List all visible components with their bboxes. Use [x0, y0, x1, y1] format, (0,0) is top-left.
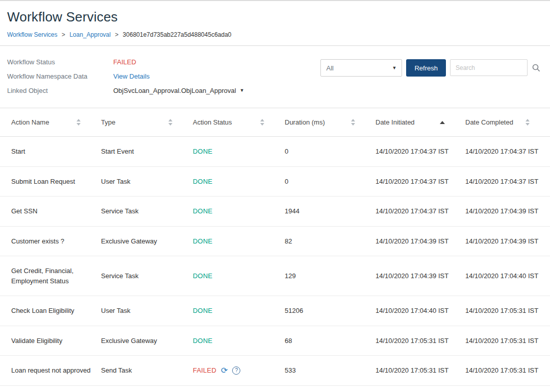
workflow-services-page: Workflow Services Workflow Services > Lo… — [0, 0, 550, 392]
cell-type: User Task — [101, 166, 193, 197]
status-badge: DONE — [193, 236, 212, 247]
cell-date-completed: 14/10/2020 17:04:40 IST — [465, 256, 550, 296]
column-header-label: Duration (ms) — [285, 118, 325, 126]
status-badge: DONE — [193, 146, 212, 157]
chevron-down-icon: ▼ — [392, 66, 397, 70]
breadcrumb-instance-id: 306801e7d735ab227a5d488045c6ada0 — [123, 31, 232, 38]
cell-action-name: Get Credit, Financial, Employment Status — [0, 256, 101, 296]
filter-select-value: All — [326, 64, 333, 72]
cell-date-initiated: 14/10/2020 17:04:39 IST — [376, 226, 465, 256]
cell-duration: 51206 — [285, 296, 376, 326]
status-badge: DONE — [193, 271, 212, 281]
status-badge: DONE — [193, 306, 212, 316]
breadcrumb-separator: > — [115, 31, 118, 38]
cell-date-completed: 14/10/2020 17:04:37 IST — [465, 166, 550, 197]
cell-duration: 129 — [285, 256, 376, 296]
column-header-label: Date Completed — [465, 118, 513, 126]
cell-date-completed: 14/10/2020 17:04:39 IST — [465, 197, 550, 227]
workflow-status-label: Workflow Status — [7, 58, 113, 66]
actions-table: Action Name Type Action Status Duration … — [0, 108, 550, 386]
column-header[interactable]: Date Completed — [465, 108, 550, 137]
column-header[interactable]: Type — [101, 108, 193, 137]
cell-duration: 0 — [285, 166, 376, 197]
breadcrumb-loan-approval[interactable]: Loan_Approval — [69, 31, 111, 38]
table-row: Submit Loan Request User Task DONE 0 14/… — [0, 166, 550, 197]
cell-type: Exclusive Gateway — [101, 226, 193, 256]
column-header-label: Action Name — [11, 118, 49, 126]
workflow-namespace-label: Workflow Namespace Data — [7, 72, 113, 80]
cell-action-status: DONE — [193, 226, 285, 256]
cell-date-initiated: 14/10/2020 17:04:37 IST — [376, 137, 465, 167]
info-bar: Workflow Status FAILED Workflow Namespac… — [0, 46, 550, 108]
retry-icon[interactable]: ⟳ — [221, 366, 228, 375]
column-header[interactable]: Duration (ms) — [285, 108, 376, 137]
table-controls: All ▼ Refresh — [320, 58, 545, 77]
cell-type: Start Event — [101, 137, 193, 167]
status-badge: DONE — [193, 177, 212, 187]
sort-asc-icon — [440, 121, 445, 124]
cell-date-initiated: 14/10/2020 17:04:37 IST — [376, 166, 465, 197]
cell-date-initiated: 14/10/2020 17:04:40 IST — [376, 296, 465, 326]
cell-date-initiated: 14/10/2020 17:04:39 IST — [376, 256, 465, 296]
column-header-label: Type — [101, 118, 115, 126]
chevron-down-icon: ▼ — [240, 88, 244, 93]
column-header[interactable]: Action Status — [193, 108, 285, 137]
column-header[interactable]: Action Name — [0, 108, 101, 137]
search-box — [450, 59, 545, 76]
table-row: Get SSN Service Task DONE 1944 14/10/202… — [0, 197, 550, 227]
cell-duration: 0 — [285, 137, 376, 167]
page-header: Workflow Services Workflow Services > Lo… — [0, 1, 550, 46]
cell-type: Service Task — [101, 256, 193, 296]
cell-date-initiated: 14/10/2020 17:05:31 IST — [376, 326, 465, 356]
table-row: Customer exists ? Exclusive Gateway DONE… — [0, 226, 550, 256]
table-row: Get Credit, Financial, Employment Status… — [0, 256, 550, 296]
cell-type: Exclusive Gateway — [101, 326, 193, 356]
linked-object-value: ObjSvcLoan_Approval.ObjLoan_Approval — [113, 87, 236, 94]
table-row: Validate Eligibility Exclusive Gateway D… — [0, 326, 550, 356]
cell-action-name: Get SSN — [0, 197, 101, 227]
table-row: Check Loan Eligibility User Task DONE 51… — [0, 296, 550, 326]
table-row: Start Start Event DONE 0 14/10/2020 17:0… — [0, 137, 550, 167]
help-icon[interactable]: ? — [232, 366, 240, 375]
cell-type: Service Task — [101, 197, 193, 227]
cell-action-status: DONE — [193, 256, 285, 296]
cell-action-status: DONE — [193, 137, 285, 167]
cell-date-initiated: 14/10/2020 17:04:37 IST — [376, 197, 465, 227]
cell-action-status: DONE — [193, 326, 285, 356]
column-header[interactable]: Date Initiated — [376, 108, 465, 137]
cell-date-completed: 14/10/2020 17:05:31 IST — [465, 356, 550, 386]
breadcrumb-separator: > — [62, 31, 65, 38]
cell-date-completed: 14/10/2020 17:05:31 IST — [465, 326, 550, 356]
cell-action-status: DONE — [193, 296, 285, 326]
page-title: Workflow Services — [7, 9, 543, 25]
cell-action-status: DONE — [193, 197, 285, 227]
linked-object-label: Linked Object — [7, 87, 113, 94]
cell-action-name: Customer exists ? — [0, 226, 101, 256]
breadcrumb-workflow-services[interactable]: Workflow Services — [7, 31, 57, 38]
cell-action-name: Validate Eligibility — [0, 326, 101, 356]
workflow-info: Workflow Status FAILED Workflow Namespac… — [7, 58, 244, 94]
cell-action-name: Loan request not approved — [0, 356, 101, 386]
breadcrumb: Workflow Services > Loan_Approval > 3068… — [7, 31, 543, 38]
column-header-label: Action Status — [193, 118, 232, 126]
refresh-button[interactable]: Refresh — [406, 59, 446, 77]
status-action-icons: ⟳ ? — [221, 366, 240, 375]
cell-date-completed: 14/10/2020 17:04:37 IST — [465, 137, 550, 167]
sort-icon — [168, 119, 172, 126]
view-details-link[interactable]: View Details — [113, 72, 149, 80]
cell-action-name: Start — [0, 137, 101, 167]
cell-action-name: Check Loan Eligibility — [0, 296, 101, 326]
cell-date-completed: 14/10/2020 17:05:31 IST — [465, 296, 550, 326]
search-input[interactable] — [450, 59, 528, 76]
cell-type: User Task — [101, 296, 193, 326]
status-badge: DONE — [193, 336, 212, 346]
linked-object-dropdown[interactable]: ObjSvcLoan_Approval.ObjLoan_Approval ▼ — [113, 87, 244, 94]
table-header-row: Action Name Type Action Status Duration … — [0, 108, 550, 137]
sort-icon — [77, 119, 81, 126]
cell-duration: 82 — [285, 226, 376, 256]
cell-date-initiated: 14/10/2020 17:05:31 IST — [376, 356, 465, 386]
cell-duration: 1944 — [285, 197, 376, 227]
filter-select[interactable]: All ▼ — [320, 59, 402, 77]
column-header-label: Date Initiated — [376, 118, 415, 126]
search-button[interactable] — [528, 59, 545, 76]
